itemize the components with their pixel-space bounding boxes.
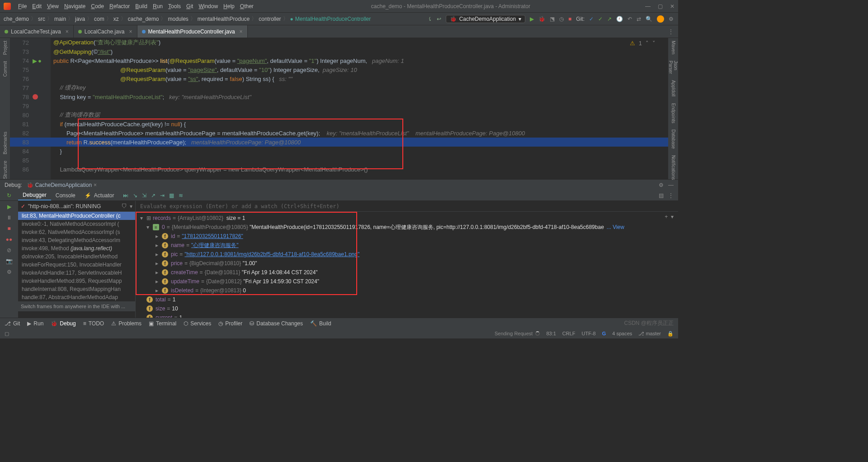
notifications-tool[interactable]: Notifications bbox=[671, 155, 676, 180]
var-current[interactable]: fcurrent=1 bbox=[136, 313, 678, 318]
code-line[interactable]: 72@ApiOperation("查询心理健康产品列表") bbox=[10, 38, 668, 47]
stop-debug-icon[interactable]: ■ bbox=[7, 225, 10, 232]
crumb-che_demo[interactable]: che_demo bbox=[2, 16, 31, 22]
settings-icon[interactable]: ⚙ bbox=[669, 16, 674, 22]
toolwindows-toggle-icon[interactable]: ▢ bbox=[5, 331, 9, 337]
code-line[interactable]: 76 @RequestParam(value = "ss", required … bbox=[10, 74, 668, 83]
var-id[interactable]: ▸fid="1781203255011917826" bbox=[136, 232, 678, 241]
step-into-icon[interactable]: ↘ bbox=[133, 192, 137, 199]
stack-frame[interactable]: invoke:62, NativeMethodAccessorImpl (s bbox=[18, 228, 135, 236]
git-history-icon[interactable]: 🕘 bbox=[616, 16, 623, 22]
actuator-tab[interactable]: ⚡ Actuator bbox=[80, 192, 119, 199]
code-line[interactable]: 73@GetMapping(©"/list") bbox=[10, 47, 668, 56]
crumb-xz[interactable]: xz bbox=[112, 16, 121, 22]
var-updatetime[interactable]: ▸fupdateTime={Date@10812} "Fri Apr 19 14… bbox=[136, 277, 678, 286]
background-task[interactable]: Sending Request bbox=[495, 331, 540, 336]
git-rollback-icon[interactable]: ↶ bbox=[627, 16, 632, 22]
menu-refactor[interactable]: Refactor bbox=[107, 3, 132, 10]
var-pic[interactable]: ▸fpic="http://127.0.0.1:8081/img/d26b2bf… bbox=[136, 250, 678, 259]
var-price[interactable]: ▸fprice={BigDecimal@10810} "1.00" bbox=[136, 259, 678, 268]
rerun-debug-icon[interactable]: ↻ bbox=[7, 192, 11, 199]
menu-other[interactable]: Other bbox=[237, 3, 256, 10]
stack-frame[interactable]: handleInternal:808, RequestMappingHan bbox=[18, 285, 135, 293]
avatar-icon[interactable] bbox=[657, 15, 664, 23]
close-tab-icon[interactable]: × bbox=[129, 29, 132, 35]
stack-frame[interactable]: invoke:498, Method (java.lang.reflect) bbox=[18, 244, 135, 252]
editor-tab[interactable]: LocalCache.java× bbox=[74, 25, 137, 38]
variables-tree[interactable]: ▾⊞records={ArrayList@10802} size = 1 ▾≡0… bbox=[136, 212, 678, 318]
google-icon[interactable]: G bbox=[602, 331, 606, 336]
profiler-toolwindow[interactable]: ◷Profiler bbox=[218, 320, 242, 327]
stop-button[interactable]: ■ bbox=[568, 16, 571, 22]
cursor-position[interactable]: 83:1 bbox=[546, 331, 556, 336]
crumb-controller[interactable]: controller bbox=[257, 16, 283, 22]
run-toolwindow[interactable]: ▶Run bbox=[27, 320, 43, 327]
crumb-java[interactable]: java bbox=[73, 16, 87, 22]
appidoll-tool[interactable]: AppIdoll bbox=[671, 80, 676, 96]
jsonparser-tool[interactable]: Json Parser bbox=[668, 61, 678, 74]
crumb-mentalHealthProduce[interactable]: mentalHealthProduce bbox=[196, 16, 251, 22]
menu-file[interactable]: File bbox=[15, 3, 29, 10]
menu-window[interactable]: Window bbox=[196, 3, 221, 10]
view-link[interactable]: ... View bbox=[607, 224, 624, 230]
evaluate-icon[interactable]: ▦ bbox=[169, 192, 174, 199]
close-window-button[interactable]: ✕ bbox=[670, 3, 675, 10]
minimize-button[interactable]: — bbox=[645, 3, 651, 10]
evaluate-hint[interactable]: Evaluate expression (Enter) or add a wat… bbox=[136, 201, 678, 212]
git-toolwindow[interactable]: ⎇Git bbox=[5, 320, 20, 327]
crumb-cache_demo[interactable]: cache_demo bbox=[126, 16, 161, 22]
code-line[interactable]: 85 bbox=[10, 156, 668, 165]
terminal-toolwindow[interactable]: ▣Terminal bbox=[149, 320, 176, 327]
code-line[interactable]: 79 bbox=[10, 101, 668, 110]
services-toolwindow[interactable]: ⬡Services bbox=[184, 320, 211, 327]
rerun-icon[interactable]: ↩ bbox=[437, 16, 441, 22]
menu-code[interactable]: Code bbox=[88, 3, 107, 10]
resume-icon[interactable]: ▶ bbox=[7, 204, 11, 210]
var-size[interactable]: fsize=10 bbox=[136, 304, 678, 313]
var-createtime[interactable]: ▸fcreateTime={Date@10811} "Fri Apr 19 14… bbox=[136, 268, 678, 277]
close-tab-icon[interactable]: × bbox=[66, 29, 69, 35]
stack-frame[interactable]: invoke0:-1, NativeMethodAccessorImpl ( bbox=[18, 220, 135, 228]
code-line[interactable]: 82 Page<MentalHealthProduce> mentalHealt… bbox=[10, 129, 668, 138]
stack-frame[interactable]: invokeForRequest:150, InvocableHandler bbox=[18, 261, 135, 269]
chevron-up-icon[interactable]: ˄ bbox=[646, 40, 649, 47]
file-encoding[interactable]: UTF-8 bbox=[582, 331, 596, 336]
editor-inspections[interactable]: ⚠ 1 ˄ ˅ bbox=[630, 40, 656, 47]
filter-icon[interactable]: ⛉ bbox=[122, 203, 127, 210]
git-branch[interactable]: ⎇ master bbox=[638, 331, 661, 337]
debugger-tab[interactable]: Debugger bbox=[18, 190, 51, 200]
var-name-field[interactable]: ▸fname="心理健康咨询服务" bbox=[136, 241, 678, 250]
code-line[interactable]: 77 // 缓存key bbox=[10, 83, 668, 92]
todo-toolwindow[interactable]: ≡TODO bbox=[83, 320, 104, 327]
dbchanges-toolwindow[interactable]: ⛁Database Changes bbox=[250, 320, 303, 327]
code-line[interactable]: 81 if (mentalHealthProduceCache.get(key)… bbox=[10, 119, 668, 129]
thread-selector[interactable]: ✓ "http-nio-808...ain": RUNNING ⛉ ▾ bbox=[18, 201, 135, 212]
stack-frame[interactable]: handle:87, AbstractHandlerMethodAdap bbox=[18, 293, 135, 301]
var-item-0[interactable]: ▾≡0={MentalHealthProduce@10805} "MentalH… bbox=[136, 223, 678, 232]
console-tab[interactable]: Console bbox=[51, 190, 80, 200]
mute-breakpoints-icon[interactable]: ⊘ bbox=[7, 247, 11, 253]
stack-frame[interactable]: invokeAndHandle:117, ServletInvocableH bbox=[18, 269, 135, 277]
menu-navigate[interactable]: Navigate bbox=[61, 3, 88, 10]
code-line[interactable]: 74▶●public R<Page<MentalHealthProduce>> … bbox=[10, 56, 668, 65]
code-line[interactable]: 83 return R.success(mentalHealthProduceP… bbox=[10, 138, 668, 147]
stack-frame[interactable]: invoke:43, DelegatingMethodAccessorIm bbox=[18, 236, 135, 244]
structure-tool[interactable]: Structure bbox=[3, 161, 8, 179]
commit-tool[interactable]: Commit bbox=[3, 61, 8, 76]
var-isdeleted[interactable]: ▸fisDeleted={Integer@10813} 0 bbox=[136, 286, 678, 295]
code-line[interactable]: 86 LambdaQueryWrapper<MentalHealthProduc… bbox=[10, 165, 668, 174]
debug-settings-icon[interactable]: ⚙ bbox=[659, 182, 664, 188]
run-config-selector[interactable]: 🐞 CacheDemoApplication ▾ bbox=[446, 15, 525, 23]
maximize-button[interactable]: ▢ bbox=[658, 3, 663, 10]
line-separator[interactable]: CRLF bbox=[562, 331, 576, 336]
gutter-marks[interactable] bbox=[33, 94, 51, 100]
crumb-MentalHealthProduceController[interactable]: ●MentalHealthProduceController bbox=[288, 16, 373, 22]
gutter-marks[interactable]: ▶● bbox=[33, 57, 51, 64]
coverage-button[interactable]: ⬔ bbox=[550, 16, 555, 22]
view-breakpoints-icon[interactable]: ●● bbox=[6, 236, 13, 243]
stack-frame[interactable]: invokeHandlerMethod:895, RequestMapp bbox=[18, 277, 135, 285]
menu-view[interactable]: View bbox=[44, 3, 61, 10]
menu-build[interactable]: Build bbox=[132, 3, 150, 10]
endpoints-tool[interactable]: Endpoints bbox=[671, 103, 676, 123]
tabs-more-icon[interactable]: ⋮ bbox=[664, 25, 678, 38]
